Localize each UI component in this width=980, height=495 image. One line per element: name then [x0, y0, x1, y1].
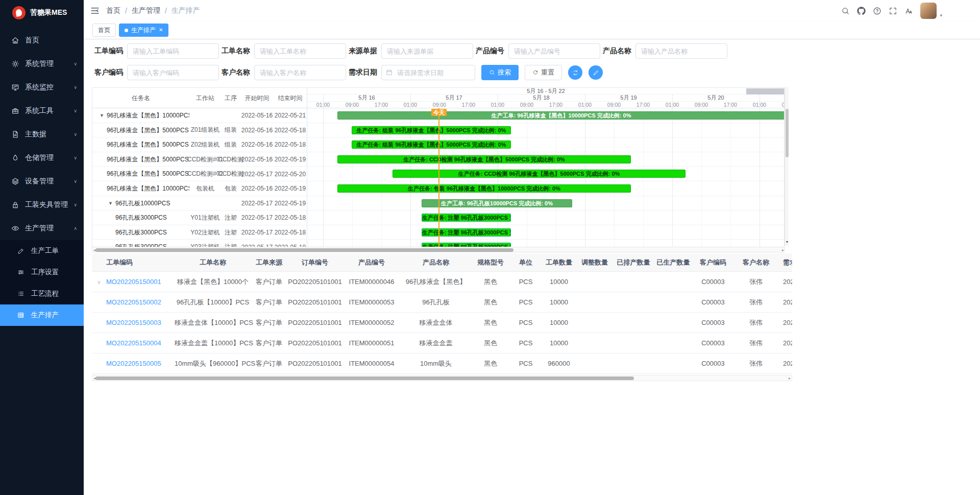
- user-avatar[interactable]: [920, 3, 937, 19]
- sidebar-subitem-grid[interactable]: 生产排产: [0, 304, 84, 326]
- column-header-13: 客户名称: [733, 258, 779, 267]
- filter-input[interactable]: [508, 43, 600, 59]
- gantt-station-cell: CCD检测#01: [189, 152, 221, 167]
- avatar-caret-down-icon[interactable]: ▾: [940, 13, 942, 18]
- refresh-button[interactable]: [568, 65, 582, 80]
- help-icon[interactable]: [873, 7, 881, 15]
- sidebar-item-doc[interactable]: 主数据∨: [0, 123, 84, 146]
- gantt-process-cell: [221, 196, 240, 211]
- table-cell: ITEM00000053: [343, 298, 400, 306]
- hamburger-icon[interactable]: [90, 6, 100, 15]
- sidebar-item-label: 工装夹具管理: [25, 200, 68, 209]
- sidebar-subitem-list[interactable]: 工艺流程: [0, 283, 84, 304]
- sidebar-item-monitor[interactable]: 系统监控∨: [0, 76, 84, 99]
- sidebar-item-eye[interactable]: 生产管理∧: [0, 217, 84, 240]
- column-header-0: 工单编码: [92, 258, 175, 267]
- table-cell: MO202205150002: [92, 298, 175, 306]
- gantt-task-name: 96孔孔板3000PCS: [115, 214, 167, 221]
- table-cell: 202: [779, 339, 792, 347]
- sidebar-item-tools[interactable]: 系统工具∨: [0, 99, 84, 123]
- table-cell: PCS: [509, 339, 542, 347]
- scroll-left-arrow-icon[interactable]: ◂: [93, 376, 95, 381]
- table-cell: 客户订单: [251, 339, 287, 348]
- gantt-task-bar[interactable]: 生产任务: CCD检测 96孔移液盒【黑色】5000PCS 完成比例: 0%: [393, 170, 685, 178]
- sidebar-item-home[interactable]: 首页: [0, 29, 84, 52]
- day-label-2: 5月 18: [524, 95, 559, 101]
- scroll-left-arrow-icon[interactable]: ◂: [93, 248, 95, 252]
- list-icon: [17, 290, 26, 297]
- reset-button[interactable]: 重置: [525, 65, 562, 80]
- row-expand-chevron-icon[interactable]: ∨: [97, 278, 101, 285]
- filter-panel: 工单编码工单名称来源单据产品编号产品名称客户编码客户名称需求日期搜索重置: [92, 43, 980, 80]
- filter-input[interactable]: [381, 43, 473, 59]
- filter-field: 客户名称: [219, 65, 346, 80]
- gantt-vertical-scrollbar[interactable]: ▾: [785, 87, 789, 246]
- table-cell: 10000: [542, 278, 576, 286]
- demand-date-input[interactable]: [381, 65, 475, 80]
- gantt-vscroll-thumb[interactable]: [786, 109, 789, 157]
- layers-icon: [11, 177, 19, 185]
- tab-item[interactable]: 首页: [92, 23, 116, 37]
- expand-triangle-icon[interactable]: ▼: [100, 108, 104, 123]
- sidebar-item-label: 首页: [25, 36, 39, 45]
- fontsize-icon[interactable]: [904, 7, 913, 15]
- gantt-horizontal-scrollbar[interactable]: ◂▸: [92, 247, 785, 252]
- filter-input[interactable]: [254, 65, 346, 80]
- table-horizontal-scrollbar[interactable]: ◂▸: [92, 375, 792, 381]
- gantt-task-bar[interactable]: 生产任务: 包装 96孔移液盒【黑色】10000PCS 完成比例: 0%: [337, 184, 631, 193]
- table-cell: 10mm吸头【960000】PCS: [175, 359, 251, 368]
- gantt-task-bar[interactable]: 生产任务: 组装 96孔移液盒【黑色】5000PCS 完成比例: 0%: [352, 140, 511, 149]
- work-order-link[interactable]: MO202205150001: [106, 278, 161, 286]
- table-hscroll-thumb[interactable]: [95, 376, 634, 380]
- table-cell: 202: [779, 360, 792, 367]
- filter-input[interactable]: [127, 43, 219, 59]
- scroll-right-arrow-icon[interactable]: ▸: [782, 248, 784, 252]
- filter-input[interactable]: [127, 65, 219, 80]
- filter-field: 工单名称: [219, 43, 346, 59]
- work-order-link[interactable]: MO202205150005: [106, 360, 161, 367]
- expand-triangle-icon[interactable]: ▼: [108, 196, 113, 211]
- gantt-task-bar[interactable]: 生产任务: 注塑 96孔孔板3000PCS 完成比例: 0%: [422, 214, 511, 222]
- hour-label: 01:00: [749, 101, 770, 108]
- work-order-link[interactable]: MO202205150003: [106, 319, 161, 326]
- work-order-link[interactable]: MO202205150004: [106, 339, 161, 347]
- table-cell: 黑色: [472, 339, 509, 348]
- gantt-task-bar[interactable]: 生产任务: CCD检测 96孔移液盒【黑色】5000PCS 完成比例: 0%: [337, 155, 631, 163]
- tabs-bar: 首页生产排产✕: [84, 21, 980, 39]
- scroll-down-arrow-icon[interactable]: ▾: [785, 240, 789, 244]
- app-logo[interactable]: 苦糖果MES: [0, 0, 84, 26]
- sidebar-item-label: 系统工具: [25, 106, 54, 115]
- gantt-end-cell: 2022-05-18: [274, 123, 307, 138]
- work-order-link[interactable]: MO202205150002: [106, 298, 161, 306]
- breadcrumb-item[interactable]: 首页: [106, 6, 120, 15]
- sidebar-item-gear[interactable]: 系统管理∨: [0, 52, 84, 76]
- gantt-station-cell: 包装机: [189, 181, 221, 196]
- sidebar-subitem-edit[interactable]: 生产工单: [0, 240, 84, 262]
- table-cell: MO202205150005: [92, 360, 175, 367]
- gantt-order-bar[interactable]: 生产工单: 96孔移液盒【黑色】10000PCS 完成比例: 0%: [337, 111, 785, 120]
- sidebar-item-lock[interactable]: 工装夹具管理∨: [0, 193, 84, 217]
- search-icon[interactable]: [841, 7, 850, 15]
- search-button[interactable]: 搜索: [481, 65, 519, 80]
- sidebar-subitem-sliders[interactable]: 工序设置: [0, 262, 84, 283]
- hour-label: 09:00: [517, 101, 537, 108]
- gantt-task-bar[interactable]: 生产任务: 组装 96孔移液盒【黑色】5000PCS 完成比例: 0%: [352, 126, 511, 134]
- tab-close-icon[interactable]: ✕: [159, 28, 163, 33]
- fullscreen-icon[interactable]: [889, 7, 897, 15]
- tab-active[interactable]: 生产排产✕: [119, 23, 168, 37]
- timeline-header-scrollbar[interactable]: [746, 88, 785, 95]
- sidebar-item-drop[interactable]: 仓储管理∨: [0, 146, 84, 170]
- day-label-4: 5月 20: [698, 95, 734, 101]
- edit-columns-button[interactable]: [589, 65, 603, 80]
- filter-input[interactable]: [254, 43, 346, 59]
- gantt-task-bar[interactable]: 生产任务: 注塑 96孔孔板3000PCS 完成比例: 0%: [422, 228, 511, 237]
- breadcrumb-item[interactable]: 生产管理: [132, 6, 160, 15]
- scroll-right-arrow-icon[interactable]: ▸: [789, 376, 791, 381]
- gantt-order-bar[interactable]: 生产工单: 96孔孔板10000PCS 完成比例: 0%: [422, 199, 572, 207]
- tab-active-dot: [125, 29, 128, 32]
- github-icon[interactable]: [857, 7, 866, 15]
- gantt-hscroll-thumb[interactable]: [95, 248, 513, 252]
- day-label-1: 5月 17: [436, 95, 472, 101]
- sidebar-item-layers[interactable]: 设备管理∨: [0, 170, 84, 193]
- filter-input[interactable]: [635, 43, 727, 59]
